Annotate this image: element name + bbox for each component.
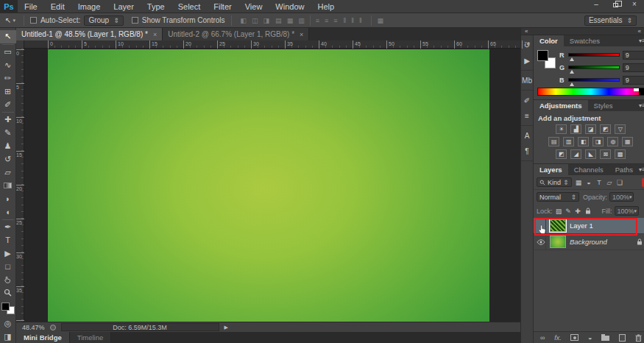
selective-color-adjustment-button[interactable]: ⊠	[600, 149, 611, 159]
crop-tool[interactable]: ⊞	[0, 85, 16, 98]
lasso-tool[interactable]: ∿	[0, 59, 16, 72]
invert-adjustment-button[interactable]: ◩	[556, 149, 567, 159]
paragraph-panel-icon[interactable]: ¶	[521, 146, 533, 156]
foreground-color-swatch[interactable]	[1, 303, 10, 311]
document-sizes-field[interactable]: Doc: 6.59M/15.3M	[61, 323, 219, 331]
move-tool[interactable]: ↖	[0, 30, 16, 43]
lock-pixels-icon[interactable]: ✎	[565, 207, 573, 216]
panel-menu-icon[interactable]: ▾≡	[639, 35, 644, 46]
eraser-tool[interactable]: ▱	[0, 166, 16, 179]
tab-mini-bridge[interactable]: Mini Bridge	[16, 332, 70, 343]
dodge-tool[interactable]: ◖	[0, 205, 16, 219]
menu-edit[interactable]: Edit	[44, 0, 71, 13]
green-slider[interactable]	[568, 66, 620, 69]
auto-select-checkbox[interactable]	[30, 17, 37, 24]
color-spectrum-ramp[interactable]	[537, 88, 644, 96]
menu-filter[interactable]: Filter	[207, 0, 238, 13]
slider-thumb-icon[interactable]	[570, 70, 574, 74]
menu-view[interactable]: View	[238, 0, 269, 13]
gradient-map-adjustment-button[interactable]: ▩	[615, 149, 626, 159]
gradient-tool[interactable]	[0, 179, 16, 192]
status-flyout-arrow[interactable]: ▶	[224, 325, 228, 330]
document-tab-untitled-1[interactable]: Untitled-1 @ 48.5% (Layer 1, RGB/8) * ×	[16, 28, 163, 40]
workspace-dropdown[interactable]: Essentials ⇕	[584, 15, 637, 26]
menu-window[interactable]: Window	[269, 0, 311, 13]
green-value-field[interactable]: 9	[623, 63, 644, 72]
panel-menu-icon[interactable]: ▾≡	[639, 100, 644, 111]
tab-styles[interactable]: Styles	[588, 100, 619, 111]
canvas-image[interactable]	[48, 49, 489, 322]
layer-style-button[interactable]: fx.	[554, 334, 562, 342]
curves-adjustment-button[interactable]: ◪	[585, 124, 596, 134]
quick-selection-tool[interactable]: ✏	[0, 71, 16, 85]
tab-adjustments[interactable]: Adjustments	[534, 100, 588, 111]
background-thumbnail[interactable]	[550, 236, 566, 248]
history-brush-tool[interactable]: ↺	[0, 152, 16, 166]
new-layer-button[interactable]	[619, 334, 626, 342]
add-layer-mask-button[interactable]	[570, 334, 578, 341]
eyedropper-tool[interactable]: ✐	[0, 98, 16, 111]
align-left-edges-button[interactable]: ◧	[241, 14, 247, 27]
collapse-panels-icon[interactable]: «	[638, 29, 640, 35]
smart-object-filter-button[interactable]: ❏	[615, 177, 625, 187]
levels-adjustment-button[interactable]: ▟	[570, 124, 581, 134]
lock-all-icon[interactable]	[584, 207, 592, 216]
filter-kind-dropdown[interactable]: Kind ⇕	[537, 177, 572, 187]
menu-type[interactable]: Type	[141, 0, 171, 13]
pen-tool[interactable]: ✒	[0, 221, 16, 234]
restore-button[interactable]	[606, 0, 625, 10]
brightness-contrast-adjustment-button[interactable]: ☀	[556, 124, 567, 134]
hue-saturation-adjustment-button[interactable]: ▤	[548, 137, 559, 146]
slider-thumb-icon[interactable]	[570, 82, 574, 86]
collapse-dock-icon[interactable]: «	[525, 29, 527, 35]
rectangular-marquee-tool[interactable]: ▭	[0, 46, 16, 59]
distribute-left-edges-button[interactable]: ‖	[343, 14, 346, 27]
tab-color[interactable]: Color	[534, 35, 564, 46]
show-transform-checkbox[interactable]	[132, 17, 138, 24]
white-swatch[interactable]	[634, 88, 639, 91]
channel-mixer-adjustment-button[interactable]: ◍	[607, 137, 618, 146]
distribute-top-edges-button[interactable]: ≡	[316, 14, 319, 27]
color-balance-adjustment-button[interactable]: ▥	[563, 137, 574, 146]
align-vertical-centers-button[interactable]: ▦	[287, 14, 294, 27]
brush-presets-icon[interactable]: ≡	[521, 110, 533, 121]
photo-filter-adjustment-button[interactable]: ◨	[592, 137, 604, 146]
panel-menu-icon[interactable]: ▾≡	[639, 164, 644, 175]
path-selection-tool[interactable]: ▶	[0, 247, 16, 260]
black-swatch[interactable]	[639, 88, 644, 95]
blue-value-field[interactable]: 9	[623, 76, 644, 85]
exposure-adjustment-button[interactable]: ◩	[600, 124, 611, 134]
spot-healing-brush-tool[interactable]: ✚	[0, 113, 16, 127]
minimize-button[interactable]: –	[587, 0, 606, 10]
align-right-edges-button[interactable]: ◨	[263, 14, 270, 27]
menu-image[interactable]: Image	[71, 0, 107, 13]
mini-bridge-icon[interactable]: Mb	[521, 75, 533, 85]
threshold-adjustment-button[interactable]: ◣	[585, 149, 596, 159]
clone-stamp-tool[interactable]: ♟	[0, 140, 16, 153]
pixel-layer-filter-button[interactable]: ▦	[574, 177, 584, 187]
menu-help[interactable]: Help	[311, 0, 341, 13]
delete-layer-button[interactable]	[635, 334, 642, 342]
status-icon[interactable]	[50, 325, 56, 330]
menu-layer[interactable]: Layer	[107, 0, 141, 13]
adjustment-layer-filter-button[interactable]: ◒	[584, 177, 594, 187]
auto-align-layers-button[interactable]: ▦	[378, 14, 384, 27]
shape-layer-filter-button[interactable]: ▱	[605, 177, 615, 187]
fill-field[interactable]: 100% ▾	[615, 206, 639, 216]
new-adjustment-layer-button[interactable]: ◒	[588, 334, 592, 342]
black-white-adjustment-button[interactable]: ◧	[578, 137, 589, 146]
quick-mask-button[interactable]: ◎	[0, 317, 16, 330]
zoom-tool[interactable]	[0, 286, 16, 300]
layer-row-background[interactable]: Background	[534, 234, 644, 250]
ruler-origin-corner[interactable]	[16, 40, 24, 49]
color-swatches-control[interactable]	[1, 303, 15, 315]
foreground-background-swatches[interactable]	[537, 50, 556, 68]
menu-file[interactable]: File	[18, 0, 44, 13]
link-layers-button[interactable]: ∞	[540, 334, 545, 342]
close-icon[interactable]: ×	[153, 31, 157, 38]
align-bottom-edges-button[interactable]: ▥	[298, 14, 305, 27]
close-button[interactable]: ×	[625, 0, 644, 10]
blend-mode-dropdown[interactable]: Normal ⇕	[537, 192, 579, 202]
menu-select[interactable]: Select	[171, 0, 208, 13]
close-icon[interactable]: ×	[300, 31, 303, 38]
